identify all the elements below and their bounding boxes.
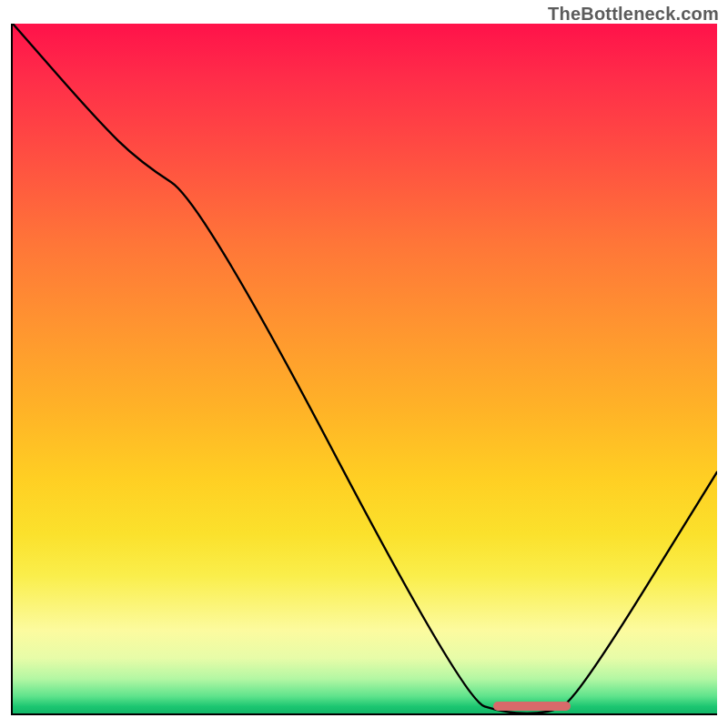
watermark-text: TheBottleneck.com <box>548 4 719 25</box>
optimal-range-marker <box>493 702 571 711</box>
plot-area <box>11 24 717 715</box>
curve-path <box>13 24 717 713</box>
chart-container: TheBottleneck.com <box>0 0 728 728</box>
bottleneck-curve <box>13 24 717 713</box>
